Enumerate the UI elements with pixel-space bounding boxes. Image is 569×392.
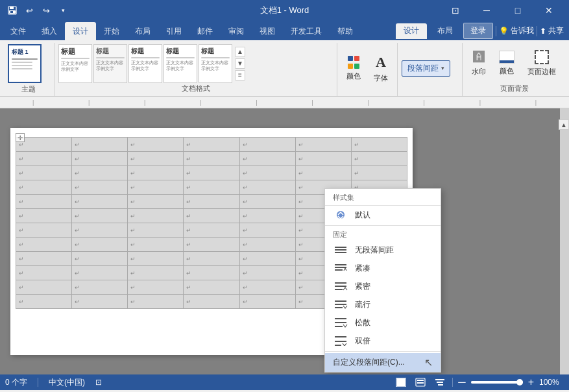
tell-me-button[interactable]: 💡 告诉我 xyxy=(499,25,534,36)
zoom-slider-thumb[interactable] xyxy=(516,379,523,386)
page-color-button[interactable]: 颜色 xyxy=(494,44,520,83)
table-cell[interactable] xyxy=(239,166,295,180)
login-button[interactable]: 登录 xyxy=(463,23,493,39)
table-cell[interactable] xyxy=(16,238,72,252)
table-cell[interactable] xyxy=(239,252,295,266)
table-cell[interactable] xyxy=(128,280,184,295)
table-cell[interactable] xyxy=(72,223,128,238)
table-cell[interactable] xyxy=(128,138,184,152)
watermark-button[interactable]: 🅰 水印 xyxy=(466,44,491,83)
page-border-button[interactable]: 页面边框 xyxy=(522,44,561,83)
style-item-1[interactable]: 标题 正文文本内容示例文字 xyxy=(58,44,92,83)
table-cell[interactable] xyxy=(16,223,72,238)
minimize-button[interactable]: ─ xyxy=(472,0,502,21)
tab-references[interactable]: 引用 xyxy=(158,22,189,40)
zoom-minus-button[interactable]: ─ xyxy=(458,377,465,387)
table-cell[interactable] xyxy=(16,195,72,209)
table-cell[interactable] xyxy=(72,280,128,295)
table-cell[interactable] xyxy=(184,238,239,252)
style-item-3[interactable]: 标题 正文文本内容示例文字 xyxy=(128,44,162,83)
table-cell[interactable] xyxy=(72,252,128,266)
tab-view[interactable]: 视图 xyxy=(252,22,283,40)
paragraph-spacing-button[interactable]: 段落间距 ▾ xyxy=(402,60,450,77)
tab-design-right[interactable]: 设计 xyxy=(396,23,427,39)
table-cell[interactable] xyxy=(128,195,184,209)
table-cell[interactable] xyxy=(184,152,239,166)
table-cell[interactable] xyxy=(72,195,128,209)
table-cell[interactable] xyxy=(351,152,407,166)
redo-button[interactable]: ↪ xyxy=(39,3,53,18)
table-cell[interactable] xyxy=(72,152,128,166)
table-cell[interactable] xyxy=(128,166,184,180)
vertical-scrollbar[interactable] xyxy=(560,108,569,374)
share-button[interactable]: ⬆ 共享 xyxy=(540,25,564,36)
undo-button[interactable]: ↩ xyxy=(22,3,36,18)
restore-button[interactable]: □ xyxy=(503,0,533,21)
dropdown-item-loose-line[interactable]: 疏行 xyxy=(325,295,441,313)
table-cell[interactable] xyxy=(184,180,239,195)
table-cell[interactable] xyxy=(16,280,72,295)
tab-home[interactable]: 开始 xyxy=(96,22,127,40)
more-quick-access-button[interactable]: ▾ xyxy=(56,3,70,18)
table-cell[interactable] xyxy=(239,238,295,252)
table-cell[interactable] xyxy=(128,266,184,280)
table-cell[interactable] xyxy=(184,280,239,295)
table-cell[interactable] xyxy=(72,266,128,280)
style-item-2[interactable]: 标题 正文文本内容示例文字 xyxy=(93,44,127,83)
tab-developer[interactable]: 开发工具 xyxy=(283,22,330,40)
dropdown-item-loose[interactable]: 松散 xyxy=(325,313,441,332)
style-scroll-down[interactable]: ▼ xyxy=(235,58,245,69)
tab-design[interactable]: 设计 xyxy=(65,22,96,40)
table-cell[interactable] xyxy=(128,223,184,238)
table-cell[interactable] xyxy=(239,209,295,223)
print-view-button[interactable] xyxy=(394,376,408,388)
dropdown-item-no-spacing[interactable]: 无段落间距 xyxy=(325,241,441,259)
table-cell[interactable] xyxy=(72,138,128,152)
table-cell[interactable] xyxy=(295,138,351,152)
save-button[interactable] xyxy=(5,3,19,18)
tab-file[interactable]: 文件 xyxy=(3,22,34,40)
zoom-percent[interactable]: 100% xyxy=(539,378,564,387)
table-cell[interactable] xyxy=(72,238,128,252)
web-view-button[interactable] xyxy=(413,376,428,388)
table-cell[interactable] xyxy=(16,166,72,180)
colors-button[interactable]: 颜色 xyxy=(341,49,366,88)
tab-layout-right[interactable]: 布局 xyxy=(430,23,461,39)
table-cell[interactable] xyxy=(16,180,72,195)
theme-button[interactable]: 标题 1 xyxy=(6,43,43,84)
table-cell[interactable] xyxy=(128,152,184,166)
table-cell[interactable] xyxy=(16,152,72,166)
table-cell[interactable] xyxy=(72,180,128,195)
dropdown-item-double[interactable]: 双倍 xyxy=(325,332,441,350)
close-button[interactable]: ✕ xyxy=(534,0,564,21)
table-move-handle[interactable]: ✛ xyxy=(16,133,25,142)
table-cell[interactable] xyxy=(351,166,407,180)
table-cell[interactable] xyxy=(239,223,295,238)
table-cell[interactable] xyxy=(239,195,295,209)
zoom-plus-button[interactable]: + xyxy=(528,377,534,387)
table-cell[interactable] xyxy=(239,266,295,280)
tab-help[interactable]: 帮助 xyxy=(330,22,361,40)
table-cell[interactable] xyxy=(128,295,184,309)
table-cell[interactable] xyxy=(16,252,72,266)
table-cell[interactable] xyxy=(239,280,295,295)
table-cell[interactable] xyxy=(16,266,72,280)
table-cell[interactable] xyxy=(72,166,128,180)
style-expand[interactable]: ≡ xyxy=(235,70,245,80)
table-cell[interactable] xyxy=(128,238,184,252)
table-cell[interactable] xyxy=(184,195,239,209)
table-cell[interactable] xyxy=(184,138,239,152)
macro-record-button[interactable]: ⊡ xyxy=(95,378,102,387)
table-cell[interactable] xyxy=(72,209,128,223)
ribbon-collapse-button[interactable]: ▲ xyxy=(559,119,569,130)
tab-layout[interactable]: 布局 xyxy=(127,22,158,40)
options-button[interactable]: ⊡ xyxy=(441,0,470,21)
table-cell[interactable] xyxy=(295,166,351,180)
table-cell[interactable] xyxy=(184,223,239,238)
table-cell[interactable] xyxy=(239,152,295,166)
dropdown-item-tight[interactable]: 紧密 xyxy=(325,277,441,295)
table-cell[interactable] xyxy=(351,138,407,152)
fonts-button[interactable]: A 字体 xyxy=(369,49,393,88)
table-cell[interactable] xyxy=(184,209,239,223)
style-item-4[interactable]: 标题 正文文本内容示例文字 xyxy=(163,44,197,83)
